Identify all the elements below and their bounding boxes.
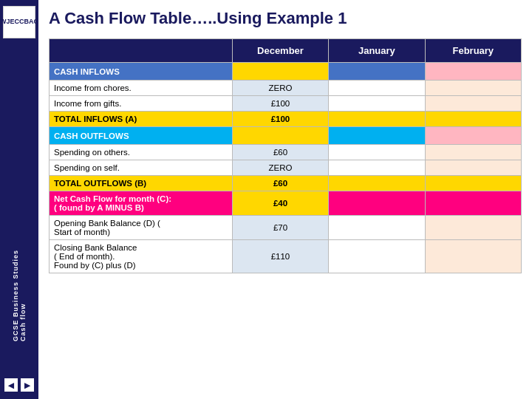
total-feb xyxy=(425,112,521,127)
table-row: Spending on self. ZERO xyxy=(50,160,522,176)
data-jan xyxy=(329,160,425,176)
data-label: Income from chores. xyxy=(50,81,233,96)
table-row: Spending on others. £60 xyxy=(50,145,522,160)
logo: WJEC CBAC xyxy=(3,6,35,38)
net-dec: £40 xyxy=(232,191,328,216)
data-label: Spending on others. xyxy=(50,145,233,160)
table-row: Income from chores. ZERO xyxy=(50,81,522,96)
section-label: CASH INFLOWS xyxy=(50,63,233,81)
data-feb xyxy=(425,145,521,160)
table-row: Income from gifts. £100 xyxy=(50,96,522,112)
logo-text: WJEC xyxy=(0,18,19,26)
data-dec: £60 xyxy=(232,145,328,160)
main-content: A Cash Flow Table…..Using Example 1 Dece… xyxy=(38,0,532,399)
net-jan xyxy=(329,191,425,216)
table-header-row: December January February xyxy=(50,39,522,63)
section-feb xyxy=(425,63,521,81)
header-december: December xyxy=(232,39,328,63)
table-row: Net Cash Flow for month (C):( found by A… xyxy=(50,191,522,216)
data-dec: £70 xyxy=(232,216,328,240)
total-jan xyxy=(329,112,425,127)
section-feb xyxy=(425,127,521,145)
logo-text2: CBAC xyxy=(19,18,38,26)
data-feb xyxy=(425,160,521,176)
data-feb xyxy=(425,81,521,96)
total-jan xyxy=(329,176,425,191)
sidebar-subject: GCSE Business Studies Cash flow xyxy=(12,250,27,341)
header-label xyxy=(50,39,233,63)
nav-arrows: ◀ ▶ xyxy=(4,378,34,392)
section-dec xyxy=(232,127,328,145)
total-label: TOTAL OUTFLOWS (B) xyxy=(50,176,233,191)
data-dec: £100 xyxy=(232,96,328,112)
total-feb xyxy=(425,176,521,191)
net-feb xyxy=(425,191,521,216)
next-arrow[interactable]: ▶ xyxy=(21,378,34,392)
header-january: January xyxy=(329,39,425,63)
total-dec: £60 xyxy=(232,176,328,191)
table-row: CASH INFLOWS xyxy=(50,63,522,81)
data-label: Closing Bank Balance( End of month).Foun… xyxy=(50,240,233,273)
table-row: Opening Bank Balance (D) (Start of month… xyxy=(50,216,522,240)
section-jan xyxy=(329,63,425,81)
section-jan xyxy=(329,127,425,145)
total-label: TOTAL INFLOWS (A) xyxy=(50,112,233,127)
total-dec: £100 xyxy=(232,112,328,127)
data-jan xyxy=(329,145,425,160)
data-jan xyxy=(329,216,425,240)
data-label: Spending on self. xyxy=(50,160,233,176)
data-dec: £110 xyxy=(232,240,328,273)
table-row: TOTAL INFLOWS (A) £100 xyxy=(50,112,522,127)
data-label: Income from gifts. xyxy=(50,96,233,112)
table-row: Closing Bank Balance( End of month).Foun… xyxy=(50,240,522,273)
table-row: TOTAL OUTFLOWS (B) £60 xyxy=(50,176,522,191)
cash-flow-table: December January February CASH INFLOWS I… xyxy=(49,38,522,273)
data-jan xyxy=(329,240,425,273)
data-jan xyxy=(329,96,425,112)
data-feb xyxy=(425,96,521,112)
prev-arrow[interactable]: ◀ xyxy=(4,378,18,392)
data-jan xyxy=(329,81,425,96)
page-title: A Cash Flow Table…..Using Example 1 xyxy=(49,9,522,28)
table-row: CASH OUTFLOWS xyxy=(50,127,522,145)
data-feb xyxy=(425,240,521,273)
sidebar: WJEC CBAC GCSE Business Studies Cash flo… xyxy=(0,0,38,399)
data-dec: ZERO xyxy=(232,160,328,176)
net-label: Net Cash Flow for month (C):( found by A… xyxy=(50,191,233,216)
data-feb xyxy=(425,216,521,240)
section-label: CASH OUTFLOWS xyxy=(50,127,233,145)
data-label: Opening Bank Balance (D) (Start of month… xyxy=(50,216,233,240)
section-dec xyxy=(232,63,328,81)
header-february: February xyxy=(425,39,521,63)
data-dec: ZERO xyxy=(232,81,328,96)
